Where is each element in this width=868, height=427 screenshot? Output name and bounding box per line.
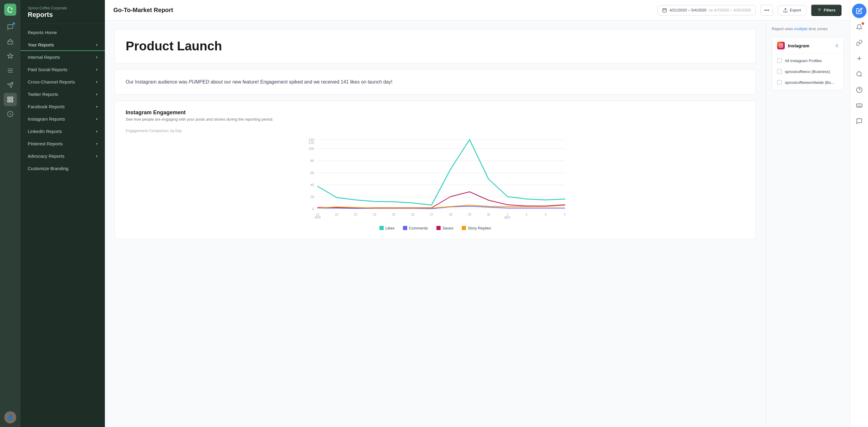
sidebar-item-paid-social-reports[interactable]: Paid Social Reports ▾ (21, 63, 105, 76)
engagement-chart: 0 20 40 60 80 100 120 140 21 APR 22 (126, 136, 745, 221)
svg-text:3: 3 (545, 213, 547, 216)
svg-rect-8 (11, 97, 13, 99)
narrative-emphasis: PUMPED (189, 79, 209, 85)
filter-item-all-profiles[interactable]: All Instagram Profiles (772, 55, 844, 66)
page-title: Go-To-Market Report (113, 7, 653, 13)
compose-button[interactable] (852, 4, 867, 18)
sidebar-item-reports-home[interactable]: Reports Home (21, 26, 105, 39)
likes-line (318, 140, 565, 205)
instagram-icon (777, 41, 785, 50)
svg-text:24: 24 (373, 213, 376, 216)
send-icon[interactable] (4, 79, 17, 92)
legend-likes: Likes (379, 226, 395, 231)
legend-comments: Comments (403, 226, 428, 231)
sidebar-item-linkedin-reports[interactable]: LinkedIn Reports ▾ (21, 125, 105, 138)
timezone-link[interactable]: multiple (794, 27, 808, 31)
svg-rect-51 (779, 44, 783, 47)
support-icon[interactable] (852, 115, 866, 128)
inbox-icon[interactable] (4, 35, 17, 48)
search-icon[interactable] (852, 67, 866, 81)
svg-text:40: 40 (310, 183, 314, 187)
user-avatar[interactable]: 👤 (4, 411, 16, 423)
filter-checkbox-sproutcoffeeworldwide[interactable] (777, 80, 782, 85)
timezone-notice: Report uses multiple time zones (772, 27, 844, 31)
svg-text:26: 26 (411, 213, 414, 216)
chevron-down-icon: ▾ (96, 67, 98, 72)
report-name: Product Launch (126, 39, 745, 53)
app-logo[interactable] (4, 4, 16, 16)
filter-item-label: All Instagram Profiles (785, 59, 822, 63)
sidebar-item-label: Paid Social Reports (28, 67, 67, 72)
svg-text:100: 100 (309, 147, 314, 150)
sidebar: Sprout Coffee Corporate Reports Reports … (21, 0, 105, 427)
legend-story-replies: Story Replies (462, 226, 491, 231)
sidebar-item-twitter-reports[interactable]: Twitter Reports ▾ (21, 88, 105, 100)
sidebar-item-label: Cross-Channel Reports (28, 79, 75, 85)
help-icon[interactable] (852, 83, 866, 96)
content-wrapper: Product Launch Our Instagram audience wa… (105, 21, 850, 427)
right-panel (850, 0, 868, 427)
svg-rect-10 (8, 100, 10, 102)
svg-rect-7 (8, 97, 10, 99)
filter-checkbox-sproutcoffeeco[interactable] (777, 69, 782, 74)
sidebar-item-advocacy-reports[interactable]: Advocacy Reports ▾ (21, 150, 105, 162)
compose-icon[interactable] (4, 21, 17, 34)
link-icon[interactable] (852, 36, 866, 50)
calendar-icon (662, 8, 667, 13)
sidebar-item-your-reports[interactable]: Your Reports ▾ (21, 39, 105, 51)
svg-point-56 (857, 72, 861, 76)
list-icon[interactable] (4, 64, 17, 77)
svg-text:29: 29 (468, 213, 471, 216)
sidebar-item-label: Pinterest Reports (28, 141, 63, 146)
filter-item-sproutcoffeeco[interactable]: sproutcoffeeco (Business) (772, 66, 844, 77)
timezone-text-before: Report uses (772, 27, 793, 31)
sidebar-item-label: Internal Reports (28, 55, 60, 60)
narrative-card: Our Instagram audience was PUMPED about … (115, 69, 756, 95)
notification-icon[interactable] (852, 21, 866, 34)
chevron-down-icon: ▾ (96, 80, 98, 84)
sidebar-item-customize-branding[interactable]: Customize Branding (21, 162, 105, 175)
svg-text:2: 2 (526, 213, 527, 216)
sidebar-item-cross-channel-reports[interactable]: Cross-Channel Reports ▾ (21, 76, 105, 88)
filters-button[interactable]: Filters (811, 4, 841, 16)
more-options-button[interactable]: ••• (761, 5, 773, 16)
svg-text:MAY: MAY (504, 216, 511, 219)
sidebar-item-label: Twitter Reports (28, 92, 58, 97)
sidebar-item-instagram-reports[interactable]: Instagram Reports ▾ (21, 113, 105, 125)
filter-item-sproutcoffeeworldwide[interactable]: sproutcoffeeworldwide (Bu... (772, 77, 844, 88)
chevron-down-icon: ▾ (96, 43, 98, 47)
export-button[interactable]: Export (778, 5, 806, 16)
chevron-down-icon: ▾ (96, 92, 98, 96)
reports-icon[interactable] (4, 93, 17, 106)
svg-rect-9 (11, 100, 13, 102)
filter-checkbox-all[interactable] (777, 58, 782, 63)
svg-line-57 (861, 75, 862, 77)
date-range-button[interactable]: 4/21/2020 – 5/4/2020 vs 4/7/2020 – 4/20/… (658, 5, 755, 16)
sidebar-org: Sprout Coffee Corporate (28, 6, 98, 10)
filter-network-header[interactable]: Instagram ∧ (772, 37, 844, 54)
comments-label: Comments (409, 226, 428, 231)
sidebar-header: Sprout Coffee Corporate Reports (21, 0, 105, 24)
svg-text:APR: APR (315, 216, 321, 219)
sidebar-item-internal-reports[interactable]: Internal Reports ▾ (21, 51, 105, 63)
svg-text:28: 28 (449, 213, 453, 216)
add-icon[interactable] (852, 52, 866, 65)
legend-saves: Saves (436, 226, 453, 231)
sidebar-item-facebook-reports[interactable]: Facebook Reports ▾ (21, 100, 105, 113)
pin-icon[interactable] (4, 50, 17, 63)
narrative-text-before: Our Instagram audience was (126, 79, 189, 85)
content-main: Product Launch Our Instagram audience wa… (105, 21, 766, 427)
chart-legend: Likes Comments Saves Story Replies (126, 226, 745, 231)
svg-text:20: 20 (310, 195, 314, 199)
svg-text:30: 30 (487, 213, 490, 216)
chart-section-title: Instagram Engagement (126, 110, 745, 116)
story-replies-dot (462, 226, 466, 230)
filter-item-label: sproutcoffeeco (Business) (785, 69, 830, 74)
sidebar-item-pinterest-reports[interactable]: Pinterest Reports ▾ (21, 138, 105, 150)
chart-svg: 0 20 40 60 80 100 120 140 21 APR 22 (126, 136, 745, 221)
listening-icon[interactable] (4, 108, 17, 121)
keyboard-icon[interactable] (852, 99, 866, 112)
likes-dot (379, 226, 384, 230)
icon-rail: 👤 (0, 0, 21, 427)
main-content: Go-To-Market Report 4/21/2020 – 5/4/2020… (105, 0, 850, 427)
